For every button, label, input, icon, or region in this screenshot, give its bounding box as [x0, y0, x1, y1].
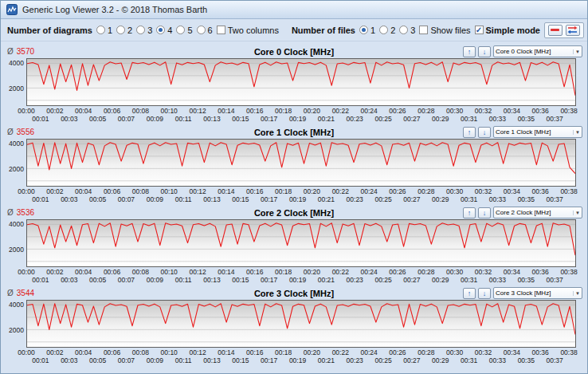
x-tick-label: 00:38 [560, 107, 577, 115]
x-tick-label: 00:23 [347, 276, 363, 284]
plot-area [26, 300, 576, 348]
x-tick-label: 00:04 [75, 348, 92, 356]
x-tick-label: 00:21 [318, 115, 335, 123]
y-axis: 4000 2000 [6, 139, 26, 187]
x-tick-label: 00:28 [417, 268, 434, 276]
x-tick-label: 00:24 [360, 268, 377, 276]
x-tick-label: 00:06 [104, 107, 120, 115]
signal-up-button[interactable]: ↑ [463, 207, 476, 218]
x-tick-label: 00:08 [132, 348, 149, 356]
x-tick-label: 00:33 [489, 115, 506, 123]
x-tick-label: 00:15 [232, 195, 249, 203]
signal-up-button[interactable]: ↑ [463, 127, 476, 138]
signal-down-button[interactable]: ↓ [478, 288, 491, 299]
diagrams-radio-3[interactable]: 3 [136, 26, 152, 35]
x-tick-label: 00:20 [304, 268, 320, 276]
x-tick-label: 00:25 [374, 115, 391, 123]
x-tick-label: 00:32 [475, 268, 492, 276]
x-tick-label: 00:00 [18, 187, 34, 195]
x-tick-label: 00:09 [147, 115, 163, 123]
y-tick-label: 4000 [9, 220, 24, 228]
average-readout: Ø 3544 [6, 289, 254, 297]
x-tick-label: 00:23 [347, 115, 363, 123]
signal-up-button[interactable]: ↑ [463, 46, 476, 57]
signal-up-button[interactable]: ↑ [463, 288, 476, 299]
x-axis: 00:0000:0200:0400:0600:0800:1000:1200:14… [26, 348, 576, 364]
clock-line-chart [27, 301, 575, 347]
x-tick-label: 00:25 [374, 356, 391, 364]
line-style-button[interactable] [548, 25, 563, 36]
x-tick-label: 00:30 [446, 187, 463, 195]
x-tick-label: 00:34 [504, 348, 520, 356]
files-label: Number of files [292, 26, 355, 35]
diagrams-radio-1[interactable]: 1 [96, 26, 112, 35]
signal-dropdown-value: Core 3 Clock [MHz] [496, 289, 571, 297]
checkbox-checked-icon [475, 26, 484, 34]
y-tick-label: 4000 [9, 140, 24, 148]
signal-down-button[interactable]: ↓ [478, 46, 491, 57]
signal-down-button[interactable]: ↓ [478, 207, 491, 218]
clock-line-chart [27, 59, 575, 105]
plot-area [26, 219, 576, 267]
x-tick-label: 00:22 [332, 348, 349, 356]
x-tick-label: 00:30 [446, 107, 463, 115]
x-tick-label: 00:08 [132, 187, 149, 195]
signal-down-button[interactable]: ↓ [478, 127, 491, 138]
refresh-button[interactable] [566, 25, 580, 36]
average-value: 3536 [17, 208, 34, 217]
signal-dropdown[interactable]: Core 2 Clock [MHz] ▼ [493, 207, 582, 218]
x-tick-label: 00:06 [104, 268, 120, 276]
diagrams-radio-2[interactable]: 2 [116, 26, 132, 35]
radio-icon [197, 26, 206, 34]
radio-icon [116, 26, 125, 34]
average-symbol: Ø [7, 208, 14, 217]
signal-dropdown[interactable]: Core 3 Clock [MHz] ▼ [493, 287, 582, 299]
refresh-arrows-icon [567, 26, 578, 34]
x-tick-label: 00:01 [32, 356, 49, 364]
x-tick-label: 00:07 [118, 356, 135, 364]
clock-line-chart [27, 220, 575, 266]
toolbar: Number of diagrams 1 2 3 4 5 6 Two colum… [1, 19, 587, 41]
x-tick-label: 00:05 [89, 115, 106, 123]
files-radio-2[interactable]: 2 [379, 26, 395, 35]
x-tick-label: 00:03 [61, 115, 77, 123]
x-tick-label: 00:17 [261, 356, 277, 364]
panel-header: Ø 3556 Core 1 Clock [MHz] ↑ ↓ Core 1 Clo… [6, 125, 582, 139]
x-tick-label: 00:04 [75, 187, 92, 195]
diagrams-radio-5[interactable]: 5 [176, 26, 192, 35]
x-tick-label: 00:36 [532, 107, 549, 115]
x-tick-label: 00:17 [261, 276, 277, 284]
files-radio-1[interactable]: 1 [359, 26, 375, 35]
x-tick-label: 00:22 [332, 268, 349, 276]
x-tick-label: 00:07 [118, 195, 135, 203]
average-value: 3570 [17, 47, 34, 56]
x-tick-label: 00:21 [318, 356, 335, 364]
x-tick-label: 00:15 [232, 276, 249, 284]
panel-controls: ↑ ↓ Core 1 Clock [MHz] ▼ [334, 126, 582, 138]
radio-icon [399, 26, 408, 34]
x-tick-label: 00:09 [147, 276, 163, 284]
diagrams-radio-4[interactable]: 4 [156, 26, 172, 35]
x-tick-label: 00:14 [218, 348, 234, 356]
files-radio-3[interactable]: 3 [399, 26, 415, 35]
x-tick-label: 00:27 [403, 115, 420, 123]
signal-dropdown[interactable]: Core 1 Clock [MHz] ▼ [493, 126, 582, 138]
x-tick-label: 00:02 [46, 107, 63, 115]
x-tick-label: 00:05 [89, 195, 106, 203]
two-columns-checkbox[interactable]: Two columns [217, 26, 279, 35]
diagrams-radio-6[interactable]: 6 [197, 26, 213, 35]
x-labels-odd: 00:0100:0300:0500:0700:0900:1100:1300:15… [26, 276, 576, 284]
show-files-checkbox[interactable]: Show files [419, 26, 470, 35]
simple-mode-checkbox[interactable]: Simple mode [475, 26, 540, 35]
y-tick-label: 4000 [9, 59, 24, 67]
radio-icon [176, 26, 185, 34]
x-tick-label: 00:05 [89, 276, 106, 284]
chart-title: Core 3 Clock [MHz] [254, 289, 334, 298]
radio-icon [96, 26, 105, 34]
line-tools-group [544, 22, 584, 38]
y-tick-label: 2000 [9, 326, 24, 334]
x-axis: 00:0000:0200:0400:0600:0800:1000:1200:14… [26, 268, 576, 284]
y-tick-label: 2000 [9, 165, 24, 173]
signal-dropdown[interactable]: Core 0 Clock [MHz] ▼ [493, 45, 582, 57]
x-tick-label: 00:12 [189, 107, 206, 115]
